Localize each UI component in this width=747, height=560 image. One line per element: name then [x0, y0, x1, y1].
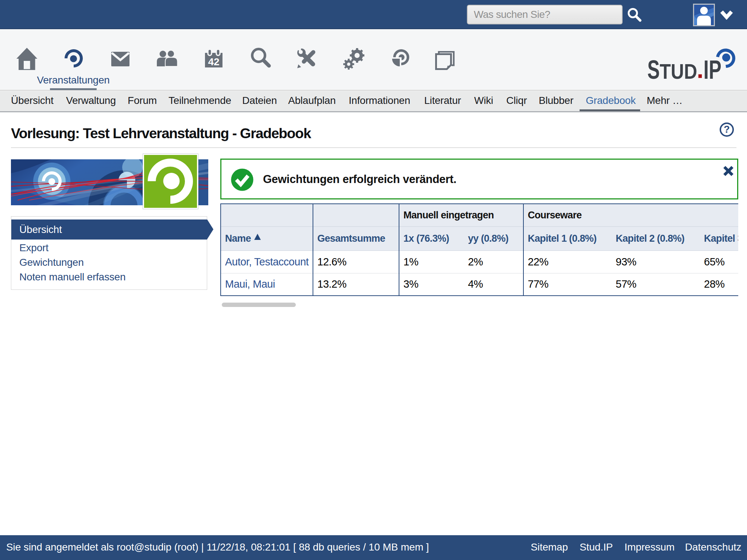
svg-text:42: 42 — [208, 56, 219, 67]
svg-text:TUD: TUD — [660, 59, 697, 83]
svg-text:S: S — [647, 55, 660, 84]
svg-text:IP: IP — [704, 55, 721, 84]
